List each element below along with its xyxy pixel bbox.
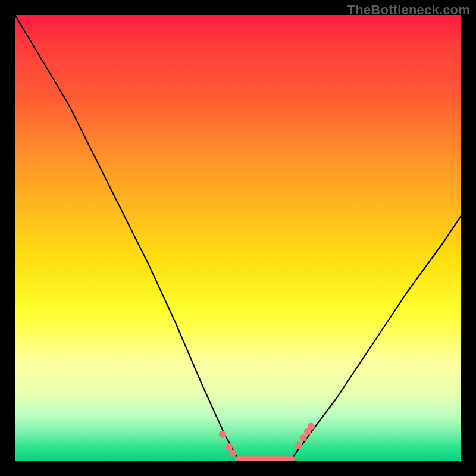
- chart-frame: TheBottleneck.com: [0, 0, 476, 476]
- plot-area: [15, 15, 461, 461]
- data-marker: [219, 431, 226, 438]
- data-marker: [308, 423, 315, 430]
- data-marker: [300, 434, 307, 441]
- trough-highlight: [238, 459, 292, 459]
- data-marker: [226, 443, 233, 450]
- bottleneck-curve: [15, 15, 461, 459]
- watermark-text: TheBottleneck.com: [347, 2, 470, 18]
- chart-svg: [15, 15, 461, 461]
- data-marker: [295, 442, 302, 449]
- data-marker: [229, 450, 236, 457]
